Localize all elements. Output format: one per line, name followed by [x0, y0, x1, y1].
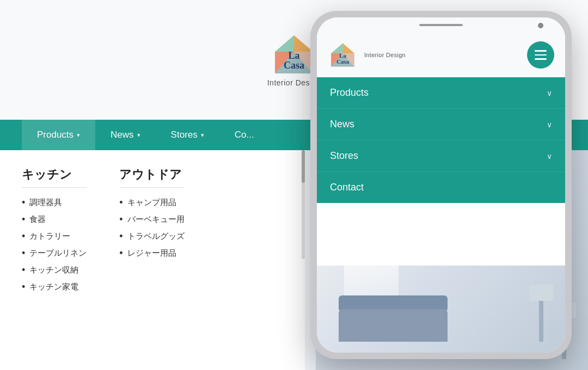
svg-text:Casa: Casa — [336, 58, 350, 65]
list-item: トラベルグッズ — [119, 228, 184, 245]
svg-text:La: La — [288, 50, 299, 61]
hamburger-button[interactable] — [527, 41, 554, 69]
phone-menu-item-news[interactable]: News ∨ — [317, 109, 565, 140]
svg-marker-10 — [331, 44, 342, 53]
phone-nav-menu: Products ∨ News ∨ Stores ∨ Contact — [317, 77, 565, 203]
kitchen-heading: キッチン — [22, 166, 87, 188]
chevron-down-icon: ∨ — [547, 120, 552, 129]
hamburger-line-2 — [535, 54, 547, 56]
phone-interior-scene — [317, 266, 565, 353]
phone-screen: La Casa Interior Design Products ∨ News — [317, 17, 565, 353]
chevron-down-icon: ∨ — [547, 152, 552, 161]
list-item: キッチン家電 — [22, 279, 87, 295]
svg-marker-2 — [275, 35, 294, 52]
svg-text:Casa: Casa — [284, 60, 304, 71]
desktop-nav-item-contact[interactable]: Co... — [219, 120, 270, 150]
phone-header: La Casa Interior Design — [317, 33, 565, 77]
phone-logo-icon: La Casa — [328, 41, 358, 69]
hamburger-line-3 — [535, 58, 547, 60]
list-item: カトラリー — [22, 228, 87, 245]
list-item: 調理器具 — [22, 194, 87, 211]
chevron-down-icon: ▾ — [77, 132, 80, 139]
phone-logo-subtitle: Interior Design — [364, 52, 406, 58]
hamburger-line-1 — [535, 50, 547, 52]
phone-menu-item-contact[interactable]: Contact — [317, 172, 565, 203]
phone-lamp-shade — [529, 285, 553, 301]
svg-text:La: La — [339, 52, 346, 59]
chevron-down-icon: ▾ — [201, 132, 204, 139]
phone-notch — [419, 24, 463, 26]
phone-lamp-pole — [539, 298, 543, 342]
phone-mockup: La Casa Interior Design Products ∨ News — [310, 11, 572, 359]
chevron-down-icon: ▾ — [137, 132, 140, 139]
scrollbar-thumb[interactable] — [302, 150, 305, 183]
phone-logo-text: Interior Design — [364, 52, 406, 58]
outdoor-list: キャンプ用品 バーベキュー用 トラベルグッズ レジャー用品 — [119, 194, 184, 262]
desktop-content: キッチン 調理器具 食器 カトラリー テーブルリネン キッチン収納 キッチン家電… — [0, 150, 305, 370]
svg-marker-9 — [343, 44, 354, 53]
phone-content-area — [317, 266, 565, 353]
chevron-down-icon: ∨ — [547, 89, 552, 97]
list-item: キッチン収納 — [22, 262, 87, 279]
outdoor-column: アウトドア キャンプ用品 バーベキュー用 トラベルグッズ レジャー用品 — [119, 166, 184, 295]
phone-menu-item-stores[interactable]: Stores ∨ — [317, 140, 565, 172]
phone-logo: La Casa Interior Design — [328, 41, 406, 69]
kitchen-list: 調理器具 食器 カトラリー テーブルリネン キッチン収納 キッチン家電 — [22, 194, 87, 295]
phone-camera — [538, 23, 543, 28]
list-item: バーベキュー用 — [119, 211, 184, 228]
outdoor-heading: アウトドア — [119, 166, 184, 188]
list-item: テーブルリネン — [22, 245, 87, 262]
list-item: キャンプ用品 — [119, 194, 184, 211]
list-item: レジャー用品 — [119, 245, 184, 262]
list-item: 食器 — [22, 211, 87, 228]
desktop-nav-item-news[interactable]: News ▾ — [95, 120, 156, 150]
desktop-nav-item-stores[interactable]: Stores ▾ — [156, 120, 219, 150]
phone-couch — [339, 309, 448, 342]
desktop-nav-item-products[interactable]: Products ▾ — [22, 120, 95, 150]
phone-menu-item-products[interactable]: Products ∨ — [317, 77, 565, 109]
phone-status-bar — [317, 17, 565, 33]
scrollbar[interactable] — [302, 150, 305, 259]
kitchen-column: キッチン 調理器具 食器 カトラリー テーブルリネン キッチン収納 キッチン家電 — [22, 166, 87, 295]
